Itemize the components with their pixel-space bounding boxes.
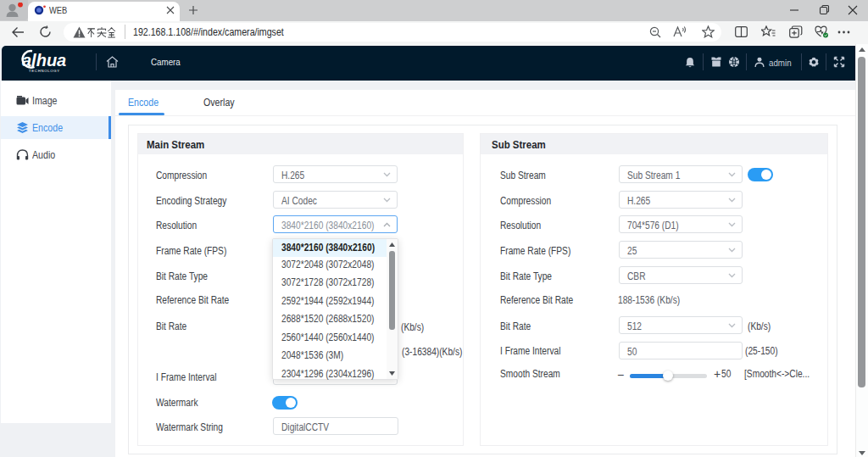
- svg-text:TECHNOLOGY: TECHNOLOGY: [29, 69, 60, 73]
